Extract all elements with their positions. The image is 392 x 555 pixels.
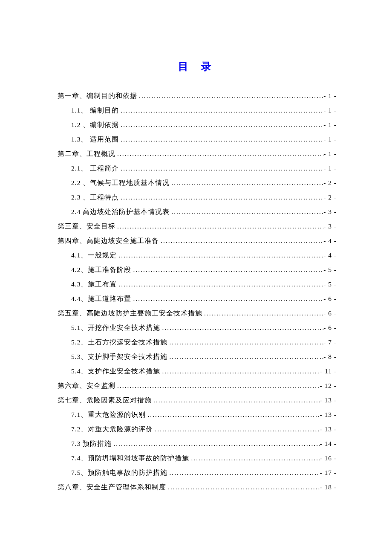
toc-entry: 2.3 、工程特点- 2 - bbox=[58, 194, 337, 201]
toc-entry-label: 2.3 、工程特点 bbox=[71, 194, 119, 201]
toc-leader-dots bbox=[119, 107, 323, 114]
toc-entry-label: 2.1、 工程简介 bbox=[71, 165, 119, 172]
toc-leader-dots bbox=[167, 469, 320, 476]
toc-entry-page: - 1 - bbox=[323, 107, 337, 114]
toc-entry: 2.4 高边坡处治防护基本情况表- 3 - bbox=[58, 208, 337, 215]
toc-entry-page: - 4 - bbox=[323, 237, 337, 244]
toc-entry-page: - 3 - bbox=[323, 208, 337, 215]
toc-entry-page: - 7 - bbox=[323, 339, 337, 346]
toc-entry-page: - 14 - bbox=[320, 440, 337, 447]
toc-entry: 5.1、开挖作业安全技术措施- 6 - bbox=[58, 324, 337, 331]
toc-entry-label: 7.4、预防坍塌和滑坡事故的防护措施 bbox=[71, 455, 189, 462]
toc-entry-page: - 13 - bbox=[320, 397, 337, 404]
toc-entry-label: 2.4 高边坡处治防护基本情况表 bbox=[71, 208, 170, 215]
toc-leader-dots bbox=[115, 382, 320, 389]
toc-entry-label: 7.3 预防措施 bbox=[71, 440, 112, 447]
toc-leader-dots bbox=[119, 194, 323, 201]
toc-entry-label: 7.2、对重大危险源的评价 bbox=[71, 426, 153, 433]
toc-leader-dots bbox=[112, 440, 320, 447]
toc-leader-dots bbox=[153, 426, 320, 433]
toc-entry-label: 5.3、支护脚手架安全技术措施 bbox=[71, 353, 167, 360]
toc-entry: 第八章、安全生产管理体系和制度- 18 - bbox=[58, 484, 337, 491]
toc-entry-page: - 13 - bbox=[320, 426, 337, 433]
toc-entry: 第四章、高陡边坡安全施工准备- 4 - bbox=[58, 237, 337, 244]
toc-entry-label: 第四章、高陡边坡安全施工准备 bbox=[58, 237, 159, 244]
toc-entry-label: 4.2、施工准备阶段 bbox=[71, 266, 131, 273]
toc-entry: 1.2 、编制依据- 1 - bbox=[58, 121, 337, 128]
toc-entry-page: - 4 - bbox=[323, 252, 337, 259]
toc-entry: 第七章、危险因素及应对措施- 13 - bbox=[58, 397, 337, 404]
toc-leader-dots bbox=[137, 92, 323, 99]
toc-entry-page: - 5 - bbox=[323, 266, 337, 273]
toc-entry-label: 4.4、施工道路布置 bbox=[71, 295, 131, 302]
toc-entry-label: 4.3、施工布置 bbox=[71, 281, 117, 288]
toc-entry-label: 7.1、重大危险源的识别 bbox=[71, 411, 146, 418]
toc-entry: 7.2、对重大危险源的评价- 13 - bbox=[58, 426, 337, 433]
toc-entry-label: 1.2 、编制依据 bbox=[71, 121, 119, 128]
toc-entry: 7.5、预防触电事故的防护措施- 17 - bbox=[58, 469, 337, 476]
toc-entry-label: 7.5、预防触电事故的防护措施 bbox=[71, 469, 167, 476]
toc-entry: 5.4、支护作业安全技术措施- 11 - bbox=[58, 368, 337, 375]
toc-entry-page: - 11 - bbox=[320, 368, 337, 375]
toc-entry: 4.2、施工准备阶段- 5 - bbox=[58, 266, 337, 273]
toc-leader-dots bbox=[170, 179, 323, 186]
table-of-contents: 第一章、编制目的和依据- 1 -1.1、 编制目的- 1 -1.2 、编制依据-… bbox=[58, 92, 337, 491]
toc-entry-label: 5.2、土石方挖运安全技术措施 bbox=[71, 339, 167, 346]
toc-leader-dots bbox=[115, 150, 323, 157]
toc-entry-page: - 1 - bbox=[323, 165, 337, 172]
toc-entry-page: - 6 - bbox=[323, 310, 337, 317]
toc-leader-dots bbox=[131, 295, 323, 302]
toc-entry-page: - 5 - bbox=[323, 281, 337, 288]
toc-entry-label: 1.3、 适用范围 bbox=[71, 136, 119, 143]
toc-entry: 7.4、预防坍塌和滑坡事故的防护措施- 16 - bbox=[58, 455, 337, 462]
toc-leader-dots bbox=[189, 455, 320, 462]
toc-entry-label: 第一章、编制目的和依据 bbox=[58, 92, 137, 99]
toc-entry: 2.2 、气候与工程地质基本情况- 2 - bbox=[58, 179, 337, 186]
toc-entry-label: 第八章、安全生产管理体系和制度 bbox=[58, 484, 166, 491]
toc-leader-dots bbox=[166, 484, 320, 491]
toc-entry-page: - 6 - bbox=[323, 295, 337, 302]
toc-leader-dots bbox=[117, 281, 323, 288]
toc-leader-dots bbox=[131, 266, 323, 273]
toc-entry-label: 第六章、安全监测 bbox=[58, 382, 115, 389]
toc-leader-dots bbox=[119, 121, 323, 128]
toc-entry-label: 2.2 、气候与工程地质基本情况 bbox=[71, 179, 170, 186]
toc-entry: 1.1、 编制目的- 1 - bbox=[58, 107, 337, 114]
toc-leader-dots bbox=[119, 136, 323, 143]
toc-entry-page: - 1 - bbox=[323, 121, 337, 128]
toc-leader-dots bbox=[160, 368, 320, 375]
toc-leader-dots bbox=[146, 411, 320, 418]
toc-entry: 5.2、土石方挖运安全技术措施- 7 - bbox=[58, 339, 337, 346]
toc-entry-page: - 16 - bbox=[320, 455, 337, 462]
toc-entry-page: - 12 - bbox=[320, 382, 337, 389]
toc-entry: 2.1、 工程简介- 1 - bbox=[58, 165, 337, 172]
toc-entry: 5.3、支护脚手架安全技术措施- 8 - bbox=[58, 353, 337, 360]
toc-entry: 第一章、编制目的和依据- 1 - bbox=[58, 92, 337, 99]
toc-entry-page: - 2 - bbox=[323, 179, 337, 186]
toc-leader-dots bbox=[167, 339, 323, 346]
toc-entry-label: 第五章、高陡边坡防护主要施工安全技术措施 bbox=[58, 310, 202, 317]
toc-leader-dots bbox=[170, 208, 323, 215]
toc-leader-dots bbox=[119, 165, 323, 172]
toc-entry-page: - 3 - bbox=[323, 223, 337, 230]
toc-leader-dots bbox=[202, 310, 323, 317]
toc-entry-label: 4.1、一般规定 bbox=[71, 252, 117, 259]
toc-entry-page: - 2 - bbox=[323, 194, 337, 201]
toc-entry-label: 第三章、安全目标 bbox=[58, 223, 115, 230]
toc-entry-page: - 8 - bbox=[323, 353, 337, 360]
toc-title: 目 录 bbox=[58, 60, 337, 73]
toc-leader-dots bbox=[117, 252, 323, 259]
toc-entry: 4.1、一般规定- 4 - bbox=[58, 252, 337, 259]
toc-entry-label: 5.1、开挖作业安全技术措施 bbox=[71, 324, 160, 331]
toc-entry-page: - 1 - bbox=[323, 150, 337, 157]
toc-leader-dots bbox=[152, 397, 320, 404]
toc-leader-dots bbox=[160, 324, 323, 331]
toc-entry-label: 第二章、工程概况 bbox=[58, 150, 115, 157]
toc-entry: 第五章、高陡边坡防护主要施工安全技术措施- 6 - bbox=[58, 310, 337, 317]
toc-entry-page: - 1 - bbox=[323, 136, 337, 143]
toc-entry: 4.4、施工道路布置- 6 - bbox=[58, 295, 337, 302]
toc-entry: 第三章、安全目标- 3 - bbox=[58, 223, 337, 230]
toc-entry-page: - 18 - bbox=[320, 484, 337, 491]
toc-leader-dots bbox=[159, 237, 323, 244]
toc-entry: 第二章、工程概况- 1 - bbox=[58, 150, 337, 157]
